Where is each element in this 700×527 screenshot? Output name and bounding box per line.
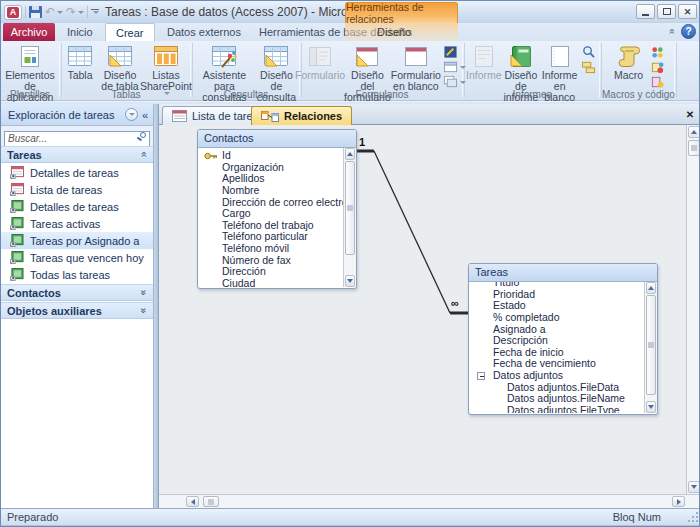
field-list-scrollbar[interactable] — [343, 148, 356, 287]
form-stack-button[interactable] — [443, 75, 466, 89]
visual-basic-button[interactable] — [650, 75, 665, 89]
status-message: Preparado — [7, 511, 58, 523]
collapse-expander-icon[interactable] — [477, 372, 485, 380]
field-label: Descripción — [493, 334, 548, 346]
doc-tab-relaciones[interactable]: Relaciones — [251, 106, 352, 125]
arrow-up-icon — [648, 286, 654, 290]
field-label: Nombre — [222, 184, 259, 196]
nav-item-detalles-de-tareas-report[interactable]: Detalles de tareas — [1, 198, 153, 215]
scroll-up-button[interactable] — [646, 282, 656, 294]
more-forms-button[interactable] — [443, 60, 466, 74]
minimize-button[interactable] — [636, 4, 655, 19]
module-button[interactable] — [650, 45, 665, 59]
arrow-up-icon — [347, 152, 353, 156]
field-label: Datos adjuntos.FileData — [507, 381, 619, 393]
access-logo-icon[interactable]: A — [4, 5, 22, 20]
nav-group-objetos-auxiliares[interactable]: Objetos auxiliares » — [1, 302, 153, 319]
scroll-down-button[interactable] — [688, 481, 700, 493]
report-object-icon — [10, 200, 24, 213]
tab-inicio[interactable]: Inicio — [57, 23, 103, 41]
doc-tab-label: Relaciones — [284, 110, 342, 122]
nav-pane-header[interactable]: Exploración de tareas « — [1, 104, 153, 126]
nav-item-label: Detalles de tareas — [30, 167, 119, 179]
relationships-canvas[interactable]: 1 ∞ Contactos Id Organización Apellidos … — [159, 125, 700, 494]
nav-item-label: Lista de tareas — [30, 184, 102, 196]
scroll-down-button[interactable] — [345, 275, 355, 287]
undo-button[interactable]: ↶ — [45, 5, 63, 19]
collapse-ribbon-icon[interactable]: » — [667, 29, 678, 35]
blank-form-button[interactable]: Formulario en blanco — [391, 43, 441, 92]
tab-datos-externos[interactable]: Datos externos — [157, 23, 251, 41]
title-bar[interactable]: A ↶ ↷ Tareas : Base de datos (Access 200… — [1, 1, 700, 23]
scroll-up-button[interactable] — [345, 148, 355, 160]
table-box-title[interactable]: Contactos — [198, 130, 356, 148]
chevron-up-icon[interactable]: » — [139, 152, 150, 158]
table-box-title[interactable]: Tareas — [469, 264, 657, 282]
nav-item-detalles-de-tareas-form[interactable]: Detalles de tareas — [1, 164, 153, 181]
nav-menu-button[interactable] — [125, 108, 138, 121]
table-box-tareas[interactable]: Tareas Título Prioridad Estado % complet… — [468, 263, 658, 415]
scrollbar-thumb[interactable] — [203, 496, 219, 507]
canvas-vertical-scrollbar[interactable] — [686, 125, 700, 494]
chevron-down-icon[interactable]: » — [139, 290, 150, 296]
field-label: Dirección — [222, 265, 266, 277]
nav-group-contactos[interactable]: Contactos » — [1, 284, 153, 301]
undo-icon: ↶ — [45, 5, 55, 19]
window-controls: ✕ — [636, 4, 697, 19]
labels-button[interactable] — [581, 60, 596, 74]
field-label: Fecha de vencimiento — [493, 357, 596, 369]
field-label: Datos adjuntos.FileName — [507, 392, 625, 404]
maximize-button[interactable] — [657, 4, 676, 19]
resize-grip[interactable] — [688, 512, 699, 523]
redo-button[interactable]: ↷ — [66, 5, 84, 19]
nav-item-todas-las-tareas[interactable]: Todas las tareas — [1, 266, 153, 283]
field-row[interactable]: Datos adjuntos.FileType — [469, 405, 657, 413]
num-lock-indicator: Bloq Num — [613, 511, 661, 523]
scroll-down-button[interactable] — [646, 401, 656, 413]
scrollbar-thumb[interactable] — [345, 161, 355, 255]
table-design-button[interactable]: Diseño de tabla — [97, 43, 143, 92]
search-icon[interactable] — [140, 132, 146, 138]
tab-archivo[interactable]: Archivo — [3, 23, 55, 41]
nav-item-label: Tareas activas — [30, 218, 100, 230]
report-wizard-button[interactable] — [581, 45, 596, 59]
nav-item-lista-de-tareas[interactable]: Lista de tareas — [1, 181, 153, 198]
tab-crear[interactable]: Crear — [105, 23, 155, 41]
nav-group-label: Tareas — [7, 149, 42, 161]
scroll-right-button[interactable] — [672, 496, 685, 507]
customize-qat-button[interactable] — [91, 11, 99, 14]
shutter-bar-close-button[interactable]: « — [142, 109, 148, 121]
arrow-left-icon — [191, 499, 195, 505]
field-list-scrollbar[interactable] — [644, 282, 657, 413]
nav-item-tareas-por-asignado-a[interactable]: Tareas por Asignado a — [1, 232, 153, 249]
scrollbar-thumb[interactable] — [688, 140, 700, 156]
navigation-button[interactable] — [443, 45, 466, 59]
field-label: Teléfono particular — [222, 230, 308, 242]
group-label: Tablas — [62, 89, 190, 100]
tab-diseno[interactable]: Diseño — [367, 23, 421, 41]
class-module-button[interactable] — [650, 60, 665, 74]
scrollbar-thumb[interactable] — [646, 295, 656, 395]
navigation-pane: Exploración de tareas « Tareas » Detalle… — [1, 104, 153, 508]
close-button[interactable]: ✕ — [678, 4, 697, 19]
nav-item-tareas-activas[interactable]: Tareas activas — [1, 215, 153, 232]
scroll-up-button[interactable] — [688, 126, 700, 138]
group-plantillas: Elementos de aplicación Plantillas — [1, 41, 59, 100]
field-row[interactable]: Ciudad — [198, 278, 356, 287]
help-button[interactable]: ? — [681, 24, 696, 39]
search-input[interactable] — [4, 131, 150, 147]
close-document-button[interactable]: ✕ — [682, 106, 698, 122]
table-button[interactable]: Tabla — [63, 43, 97, 81]
macro-button[interactable]: Macro — [610, 43, 648, 81]
field-label: Estado — [493, 299, 526, 311]
scroll-left-button[interactable] — [186, 496, 199, 507]
nav-group-tareas[interactable]: Tareas » — [1, 146, 153, 163]
chevron-down-icon — [129, 113, 135, 116]
chevron-down-icon[interactable]: » — [139, 308, 150, 314]
nav-item-tareas-que-vencen-hoy[interactable]: Tareas que vencen hoy — [1, 249, 153, 266]
table-box-contactos[interactable]: Contactos Id Organización Apellidos Nomb… — [197, 129, 357, 289]
save-icon[interactable] — [29, 6, 42, 18]
field-label: Teléfono del trabajo — [222, 219, 314, 231]
sharepoint-lists-button[interactable]: Listas SharePoint — [143, 43, 189, 95]
canvas-horizontal-scrollbar[interactable] — [159, 494, 700, 508]
